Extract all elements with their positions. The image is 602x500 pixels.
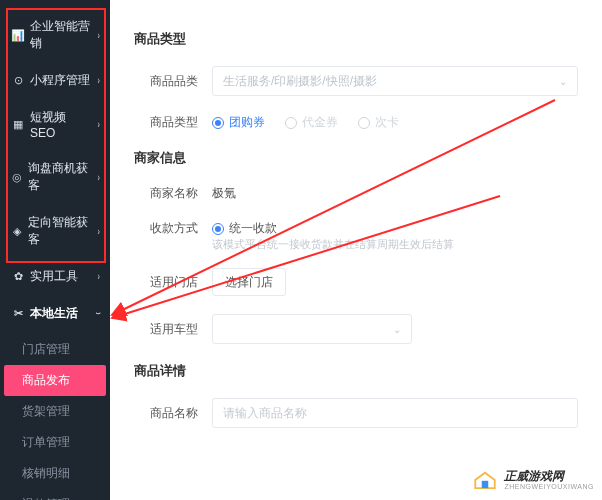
nav-label: 询盘商机获客 — [28, 160, 90, 194]
nav-targeted-leads[interactable]: ◈ 定向智能获客 › — [0, 206, 110, 256]
cartype-select[interactable]: ⌄ — [212, 314, 412, 344]
watermark-title: 正威游戏网 — [504, 470, 594, 483]
label-payment: 收款方式 — [134, 220, 198, 237]
diamond-icon: ◈ — [12, 225, 22, 237]
sub-product-publish[interactable]: 商品发布 — [4, 365, 106, 396]
chevron-down-icon: ⌄ — [559, 76, 567, 87]
grid-icon: ▦ — [12, 119, 24, 131]
sub-store-manage[interactable]: 门店管理 — [0, 334, 110, 365]
radio-label: 统一收款 — [229, 220, 277, 237]
product-type-radios: 团购券 代金券 次卡 — [212, 114, 399, 131]
radio-multicard[interactable]: 次卡 — [358, 114, 399, 131]
watermark-sub: ZHENGWEIYOUXIWANG — [504, 483, 594, 490]
chevron-right-icon: › — [97, 271, 99, 282]
nav-shortvideo-seo[interactable]: ▦ 短视频SEO › — [0, 101, 110, 148]
nav-label: 小程序管理 — [30, 72, 90, 89]
radio-label: 代金券 — [302, 114, 338, 131]
row-product-type: 商品类型 团购券 代金券 次卡 — [134, 114, 578, 131]
row-category: 商品品类 生活服务/印刷摄影/快照/摄影 ⌄ — [134, 66, 578, 96]
radio-groupbuy[interactable]: 团购券 — [212, 114, 265, 131]
nav-label: 定向智能获客 — [28, 214, 90, 248]
svg-rect-2 — [482, 481, 489, 488]
sub-shelf-manage[interactable]: 货架管理 — [0, 396, 110, 427]
chevron-down-icon: › — [93, 312, 104, 314]
bar-chart-icon: 📊 — [12, 29, 24, 41]
radio-voucher[interactable]: 代金券 — [285, 114, 338, 131]
row-product-name: 商品名称 — [134, 398, 578, 428]
radio-label: 团购券 — [229, 114, 265, 131]
radio-unified-payment[interactable]: 统一收款 — [212, 220, 277, 237]
nav-local-life[interactable]: ✂ 本地生活 › — [0, 297, 110, 330]
target-icon: ◎ — [12, 171, 22, 183]
section-product-detail: 商品详情 — [134, 362, 578, 380]
nav-tools[interactable]: ✿ 实用工具 › — [0, 260, 110, 293]
row-stores: 适用门店 选择门店 — [134, 268, 578, 296]
section-product-type: 商品类型 — [134, 30, 578, 48]
radio-dot-icon — [212, 223, 224, 235]
label-product-type: 商品类型 — [134, 114, 198, 131]
row-merchant-name: 商家名称 极氪 — [134, 185, 578, 202]
merchant-name-value: 极氪 — [212, 185, 236, 202]
section-merchant-info: 商家信息 — [134, 149, 578, 167]
label-stores: 适用门店 — [134, 274, 198, 291]
sub-writeoff-detail[interactable]: 核销明细 — [0, 458, 110, 489]
row-cartype: 适用车型 ⌄ — [134, 314, 578, 344]
watermark: 正威游戏网 ZHENGWEIYOUXIWANG — [472, 470, 594, 490]
chevron-right-icon: › — [97, 226, 99, 237]
nav-inquiry-leads[interactable]: ◎ 询盘商机获客 › — [0, 152, 110, 202]
radio-dot-icon — [358, 117, 370, 129]
select-store-button[interactable]: 选择门店 — [212, 268, 286, 296]
sidebar: 📊 企业智能营销 › ⊙ 小程序管理 › ▦ 短视频SEO › ◎ 询盘商机获客… — [0, 0, 110, 500]
nav-label: 本地生活 — [30, 305, 78, 322]
nav-marketing[interactable]: 📊 企业智能营销 › — [0, 10, 110, 60]
nav-label: 短视频SEO — [30, 109, 91, 140]
radio-dot-icon — [285, 117, 297, 129]
radio-dot-icon — [212, 117, 224, 129]
main-content: 商品类型 商品品类 生活服务/印刷摄影/快照/摄影 ⌄ 商品类型 团购券 代金券… — [110, 0, 602, 500]
sub-order-manage[interactable]: 订单管理 — [0, 427, 110, 458]
label-category: 商品品类 — [134, 73, 198, 90]
chevron-down-icon: ⌄ — [393, 324, 401, 335]
payment-helper-text: 该模式平台统一接收货款并在结算周期生效后结算 — [212, 237, 578, 252]
app-icon: ⊙ — [12, 75, 24, 87]
row-payment: 收款方式 统一收款 — [134, 220, 578, 237]
flower-icon: ✿ — [12, 271, 24, 283]
label-merchant-name: 商家名称 — [134, 185, 198, 202]
house-icon — [472, 470, 498, 490]
nav-miniprogram[interactable]: ⊙ 小程序管理 › — [0, 64, 110, 97]
radio-label: 次卡 — [375, 114, 399, 131]
label-cartype: 适用车型 — [134, 321, 198, 338]
sub-refund-manage[interactable]: 退款管理 — [0, 489, 110, 500]
chevron-right-icon: › — [97, 172, 99, 183]
nav-label: 实用工具 — [30, 268, 78, 285]
category-select[interactable]: 生活服务/印刷摄影/快照/摄影 ⌄ — [212, 66, 578, 96]
scissors-icon: ✂ — [12, 308, 24, 320]
chevron-right-icon: › — [97, 30, 99, 41]
nav-label: 企业智能营销 — [30, 18, 91, 52]
category-placeholder: 生活服务/印刷摄影/快照/摄影 — [223, 73, 377, 90]
chevron-right-icon: › — [97, 119, 99, 130]
product-name-input[interactable] — [212, 398, 578, 428]
label-product-name: 商品名称 — [134, 405, 198, 422]
chevron-right-icon: › — [97, 75, 99, 86]
